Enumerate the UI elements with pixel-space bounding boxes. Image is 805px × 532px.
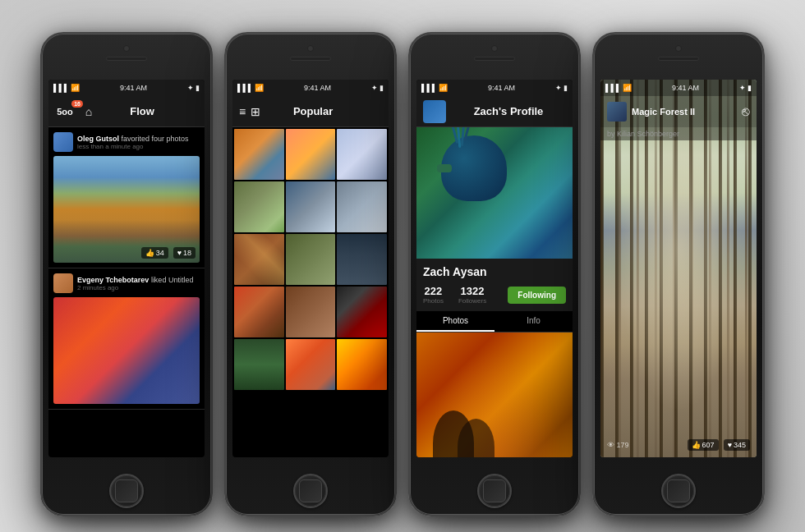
camera-3 bbox=[491, 45, 498, 52]
nav-avatar bbox=[423, 100, 446, 123]
time-4: 9:41 AM bbox=[672, 84, 699, 92]
eye-icon: 👁 bbox=[607, 441, 614, 449]
avatar-oleg bbox=[53, 132, 73, 152]
photo-byline: by Kilian Schönberger bbox=[607, 130, 679, 138]
camera-4 bbox=[675, 45, 682, 52]
time-1: 9:41 AM bbox=[120, 84, 147, 92]
grid-photo-12[interactable] bbox=[337, 287, 387, 337]
flow-action-1: Oleg Gutsol favorited four photos bbox=[77, 135, 189, 143]
grid-photo-14[interactable] bbox=[286, 339, 336, 390]
grid-photo-9[interactable] bbox=[337, 234, 387, 285]
battery-icon: ▮ bbox=[196, 84, 200, 92]
forest-photo: Magic Forest II ⎋ by Kilian Schönberger … bbox=[600, 80, 757, 457]
home-button-3[interactable] bbox=[477, 474, 512, 508]
view-count: 👁 179 bbox=[607, 441, 629, 449]
grid-icon: ⊞ bbox=[251, 105, 260, 118]
notification-badge: 16 bbox=[71, 100, 83, 108]
flow-item-2: Evgeny Tchebotarev liked Untitled 2 minu… bbox=[48, 268, 205, 410]
phone3-navbar: Zach's Profile bbox=[416, 96, 573, 127]
speaker-2 bbox=[290, 57, 331, 61]
speaker-3 bbox=[474, 57, 515, 61]
flow-photo-mountain[interactable]: 👍 34 ♥ 18 bbox=[53, 156, 200, 263]
grid-photo-8[interactable] bbox=[286, 234, 336, 285]
following-button[interactable]: Following bbox=[508, 287, 566, 304]
thumbs-icon-4: 👍 bbox=[692, 441, 701, 449]
photo-title: Magic Forest II bbox=[632, 107, 737, 117]
profile-stats: 222 Photos 1322 Followers Following bbox=[423, 285, 566, 305]
thumbs-icon: 👍 bbox=[145, 249, 154, 257]
flow-time-1: less than a minute ago bbox=[77, 143, 189, 150]
bt-icon: ✦ bbox=[187, 84, 194, 92]
followers-stat: 1322 Followers bbox=[458, 285, 486, 305]
share-icon[interactable]: ⎋ bbox=[742, 104, 750, 119]
speaker-4 bbox=[658, 57, 699, 61]
signal-icon: ▌▌▌ bbox=[53, 84, 69, 92]
grid-photo-10[interactable] bbox=[234, 287, 284, 337]
photo-nav-title: Magic Forest II bbox=[632, 107, 737, 117]
grid-photo-6[interactable] bbox=[337, 181, 387, 232]
tab-photos[interactable]: Photos bbox=[416, 311, 494, 332]
home-button-4[interactable] bbox=[661, 474, 696, 508]
flow-feed: Oleg Gutsol favorited four photos less t… bbox=[48, 127, 205, 410]
profile-tabs: Photos Info bbox=[416, 311, 573, 332]
flow-item-1: Oleg Gutsol favorited four photos less t… bbox=[48, 127, 205, 268]
phone2-navbar: ≡ ⊞ Popular bbox=[232, 96, 389, 127]
like-count-4: 👍 607 bbox=[688, 439, 719, 451]
camera-2 bbox=[307, 45, 314, 52]
phone4-screen: ▌▌▌📶 9:41 AM ✦▮ bbox=[600, 80, 757, 457]
phone2-screen: ▌▌▌📶 9:41 AM ✦▮ ≡ ⊞ Popular bbox=[232, 80, 389, 457]
photos-label: Photos bbox=[423, 297, 444, 305]
popular-title: Popular bbox=[265, 105, 361, 117]
avatar-evgeny bbox=[53, 273, 73, 293]
grid-photo-13[interactable] bbox=[234, 339, 284, 390]
logo-500px[interactable]: 5oo 16 bbox=[53, 104, 76, 119]
time-3: 9:41 AM bbox=[488, 84, 515, 92]
phone-1: ▌▌▌ 📶 9:41 AM ✦ ▮ 5oo 16 ⌂ bbox=[40, 32, 213, 516]
flow-title: Flow bbox=[101, 105, 183, 117]
phone-3: ▌▌▌📶 9:41 AM ✦▮ Zach's Profile bbox=[408, 32, 581, 516]
status-bar-2: ▌▌▌📶 9:41 AM ✦▮ bbox=[232, 80, 389, 96]
status-bar-3: ▌▌▌📶 9:41 AM ✦▮ bbox=[416, 80, 573, 96]
status-bar-1: ▌▌▌ 📶 9:41 AM ✦ ▮ bbox=[48, 80, 205, 96]
photo-grid bbox=[232, 127, 389, 392]
profile-nav-title: Zach's Profile bbox=[451, 105, 566, 117]
phone1-navbar: 5oo 16 ⌂ Flow bbox=[48, 96, 205, 127]
heart-icon-4: ♥ bbox=[728, 441, 732, 449]
photo-nav-thumb bbox=[607, 102, 627, 122]
phone-4: ▌▌▌📶 9:41 AM ✦▮ bbox=[592, 32, 765, 516]
photos-stat: 222 Photos bbox=[423, 285, 444, 305]
heart-count: ♥ 18 bbox=[173, 247, 196, 259]
camera-1 bbox=[123, 45, 130, 52]
speaker-1 bbox=[106, 57, 147, 61]
wifi-icon: 📶 bbox=[71, 84, 80, 92]
phone1-screen: ▌▌▌ 📶 9:41 AM ✦ ▮ 5oo 16 ⌂ bbox=[48, 80, 205, 457]
followers-label: Followers bbox=[458, 297, 486, 305]
followers-count: 1322 bbox=[458, 285, 486, 297]
profile-info: Zach Aysan 222 Photos 1322 Followers Fol… bbox=[416, 259, 573, 311]
home-button-1[interactable] bbox=[109, 474, 144, 508]
grid-photo-5[interactable] bbox=[286, 181, 336, 232]
profile-photo-content[interactable] bbox=[416, 332, 573, 457]
grid-photo-2[interactable] bbox=[286, 129, 336, 180]
flow-action-2: Evgeny Tchebotarev liked Untitled bbox=[77, 276, 193, 284]
grid-photo-11[interactable] bbox=[286, 287, 336, 337]
tab-info[interactable]: Info bbox=[494, 311, 573, 332]
like-count: 👍 34 bbox=[141, 247, 168, 259]
grid-photo-1[interactable] bbox=[234, 129, 284, 180]
phone3-screen: ▌▌▌📶 9:41 AM ✦▮ Zach's Profile bbox=[416, 80, 573, 457]
heart-count-4: ♥ 345 bbox=[724, 439, 750, 451]
home-button-2[interactable] bbox=[293, 474, 328, 508]
grid-photo-3[interactable] bbox=[337, 129, 387, 180]
profile-name: Zach Aysan bbox=[423, 265, 566, 278]
heart-icon: ♥ bbox=[177, 249, 182, 257]
flow-photo-berries[interactable] bbox=[53, 297, 200, 404]
grid-photo-15[interactable] bbox=[337, 339, 387, 390]
flow-time-2: 2 minutes ago bbox=[77, 284, 193, 291]
profile-cover-photo bbox=[416, 127, 573, 259]
photos-count: 222 bbox=[423, 285, 444, 297]
grid-photo-7[interactable] bbox=[234, 234, 284, 285]
menu-icon[interactable]: ≡ bbox=[239, 105, 246, 118]
grid-photo-4[interactable] bbox=[234, 181, 284, 232]
signal-2: ▌▌▌ bbox=[237, 84, 253, 92]
status-bar-4: ▌▌▌📶 9:41 AM ✦▮ bbox=[600, 80, 757, 96]
